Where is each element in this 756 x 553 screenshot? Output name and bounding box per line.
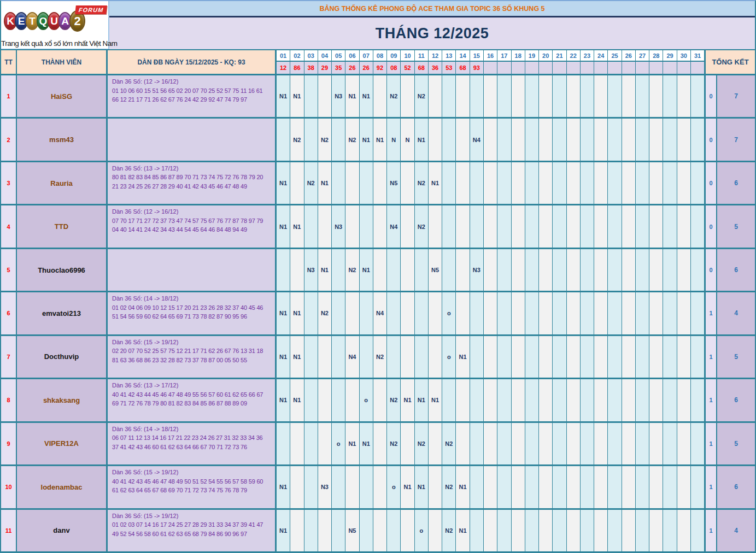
mark-cell — [553, 249, 566, 291]
mark-cell — [553, 379, 566, 421]
mark-cell — [345, 162, 359, 204]
mark-cell — [290, 466, 304, 508]
mark-cell: N — [401, 119, 414, 160]
day-header-cell: 21 — [553, 50, 566, 61]
mark-cell — [649, 423, 663, 464]
month-title: THÁNG 12/2025 — [376, 25, 489, 42]
mark-cell — [304, 379, 318, 421]
mark-cell — [649, 205, 663, 247]
member-name: VIPER12A — [17, 423, 108, 464]
row-index: 6 — [1, 292, 17, 334]
mark-cell: N4 — [345, 336, 359, 378]
mark-cell: o — [387, 466, 401, 508]
page: KETQUA2 FORUM Trang kết quả xổ số lớn nh… — [0, 0, 756, 553]
mark-cell — [691, 249, 704, 291]
mark-cell — [512, 292, 525, 334]
mark-cell — [663, 423, 677, 464]
mark-cell — [677, 162, 691, 204]
mark-cell — [691, 466, 704, 508]
member-name: lodenambac — [17, 466, 108, 508]
mark-cell — [663, 249, 677, 291]
mark-cell — [512, 249, 525, 291]
result-cell — [525, 62, 539, 74]
mark-cell — [401, 205, 414, 247]
mark-cell — [539, 75, 553, 117]
mark-cell — [373, 205, 387, 247]
mark-cell — [456, 119, 470, 160]
mark-cell — [497, 249, 511, 291]
mark-cell — [539, 423, 553, 464]
member-name: Thuoclao6996 — [17, 249, 108, 291]
mark-cell — [636, 336, 649, 378]
row-index: 9 — [1, 423, 17, 464]
result-cell — [663, 62, 677, 74]
day-header-cell: 29 — [663, 50, 677, 61]
dan-cell: Dàn 36 Số: (12 -> 16/12)01 10 06 60 15 5… — [108, 75, 277, 117]
dan-cell: Dàn 36 Số: (13 -> 17/12)40 41 42 43 44 4… — [108, 379, 277, 421]
mark-cell: N5 — [345, 510, 359, 551]
row-index: 2 — [1, 119, 17, 160]
mark-cell — [649, 379, 663, 421]
result-cell: 26 — [345, 62, 359, 74]
mark-cell — [594, 466, 608, 508]
table-row: 10lodenambacDàn 36 Số: (15 -> 19/12)40 4… — [1, 464, 755, 508]
mark-cell — [512, 162, 525, 204]
result-cell — [497, 62, 511, 74]
mark-cell — [539, 292, 553, 334]
mark-cell: N2 — [387, 423, 401, 464]
mark-cell: N3 — [304, 249, 318, 291]
mark-cell: N2 — [373, 336, 387, 378]
mark-cell — [608, 249, 622, 291]
mark-cell — [581, 119, 594, 160]
total-col-1: 1 — [704, 379, 716, 421]
total-col-2: 5 — [716, 336, 755, 378]
mark-cell — [470, 336, 484, 378]
mark-cell — [456, 292, 470, 334]
mark-cell — [594, 510, 608, 551]
mark-cell — [373, 162, 387, 204]
day-header-row: 0102030405060708091011121314151617181920… — [277, 50, 704, 62]
mark-cell — [304, 75, 318, 117]
mark-cell: N1 — [277, 466, 290, 508]
mark-cell: o — [332, 423, 345, 464]
mark-cell: N3 — [470, 249, 484, 291]
mark-cell — [663, 119, 677, 160]
total-col-2: 4 — [716, 292, 755, 334]
day-header-cell: 23 — [581, 50, 594, 61]
mark-cell — [484, 336, 497, 378]
mark-cell: N4 — [373, 292, 387, 334]
day-marks: N1N5oN2N1 — [277, 510, 704, 551]
mark-cell — [691, 205, 704, 247]
mark-cell — [608, 75, 622, 117]
mark-cell — [539, 162, 553, 204]
mark-cell — [567, 292, 581, 334]
mark-cell — [691, 162, 704, 204]
mark-cell — [484, 249, 497, 291]
day-header-cell: 02 — [290, 50, 304, 61]
mark-cell — [649, 249, 663, 291]
member-name: Rauria — [17, 162, 108, 204]
mark-cell — [567, 379, 581, 421]
mark-cell — [290, 510, 304, 551]
mark-cell — [318, 423, 332, 464]
mark-cell: N2 — [387, 379, 401, 421]
total-col-1: 1 — [704, 336, 716, 378]
day-header-cell: 22 — [567, 50, 581, 61]
result-cell — [691, 62, 704, 74]
mark-cell — [277, 249, 290, 291]
mark-cell — [512, 119, 525, 160]
mark-cell: N5 — [387, 162, 401, 204]
mark-cell: N5 — [429, 249, 442, 291]
mark-cell — [470, 75, 484, 117]
mark-cell — [677, 292, 691, 334]
mark-cell: N2 — [387, 75, 401, 117]
mark-cell — [594, 336, 608, 378]
mark-cell — [581, 205, 594, 247]
member-name: danv — [17, 510, 108, 551]
dan-numbers: 40 41 42 43 45 46 47 48 49 50 51 52 54 5… — [112, 477, 271, 495]
mark-cell — [636, 205, 649, 247]
table-row: 9VIPER12ADàn 36 Số: (14 -> 18/12)06 07 1… — [1, 421, 755, 464]
mark-cell — [470, 292, 484, 334]
mark-cell: N — [387, 119, 401, 160]
logo[interactable]: KETQUA2 FORUM Trang kết quả xổ số lớn nh… — [1, 1, 109, 49]
